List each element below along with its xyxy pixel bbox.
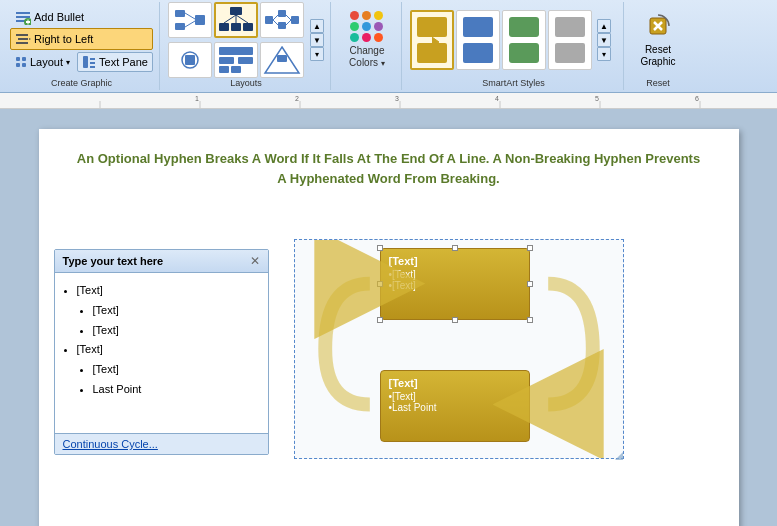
right-to-left-button[interactable]: Right to Left (10, 28, 153, 50)
handle-br[interactable] (527, 317, 533, 323)
svg-line-36 (286, 15, 291, 20)
svg-text:1: 1 (195, 95, 199, 102)
text-pane-icon (82, 55, 96, 69)
layouts-label: Layouts (162, 78, 330, 88)
svg-text:2: 2 (295, 95, 299, 102)
svg-rect-47 (417, 17, 447, 37)
list-item: [Text] [Text] [Text] (77, 281, 258, 340)
svg-rect-56 (0, 93, 777, 109)
change-colors-group: Change Colors ▾ (333, 2, 402, 90)
reset-label: Reset (626, 78, 690, 88)
text-pane-close-button[interactable]: ✕ (250, 254, 260, 268)
svg-rect-16 (90, 62, 95, 64)
text-pane-body[interactable]: [Text] [Text] [Text] [Text] [Text] Last … (55, 273, 268, 433)
svg-rect-6 (16, 34, 28, 36)
document-area: An Optional Hyphen Breaks A Word If It F… (0, 109, 777, 526)
handle-tl[interactable] (377, 245, 383, 251)
svg-rect-44 (231, 66, 241, 73)
layout-item-1[interactable] (168, 2, 212, 38)
svg-marker-72 (615, 452, 623, 460)
smartart-scroll: ▲ ▼ ▾ (597, 19, 611, 61)
layout-item-6[interactable] (260, 42, 304, 78)
handle-tr[interactable] (527, 245, 533, 251)
list-item: [Text] (93, 301, 258, 321)
smartart-box1-sub2: •[Text] (389, 280, 521, 291)
svg-rect-30 (265, 16, 273, 24)
svg-rect-20 (195, 15, 205, 25)
svg-rect-54 (555, 43, 585, 63)
text-pane-panel: Type your text here ✕ [Text] [Text] [Tex… (54, 249, 269, 455)
smartart-scroll-down[interactable]: ▼ (597, 33, 611, 47)
text-pane-title: Type your text here (63, 255, 164, 267)
text-pane-label: Text Pane (99, 56, 148, 68)
svg-rect-7 (18, 38, 28, 40)
change-colors-button[interactable]: Change Colors ▾ (339, 6, 395, 74)
layout-item-4[interactable] (168, 42, 212, 78)
svg-rect-42 (238, 57, 253, 64)
svg-line-34 (273, 15, 278, 20)
smartart-box1-sub1: •[Text] (389, 269, 521, 280)
svg-rect-43 (219, 66, 229, 73)
svg-rect-17 (90, 66, 95, 68)
reset-graphic-button[interactable]: Reset Graphic (632, 6, 684, 74)
reset-group: Reset Graphic Reset (626, 2, 690, 90)
svg-rect-40 (219, 47, 253, 55)
layout-item-5[interactable] (214, 42, 258, 78)
smartart-box-bottom[interactable]: [Text] •[Text] •Last Point (380, 370, 530, 442)
handle-mr[interactable] (527, 281, 533, 287)
smartart-diagram[interactable]: [Text] •[Text] •[Text] [Text] •[Text] (294, 239, 624, 459)
smartart-box2-title: [Text] (389, 377, 521, 389)
svg-line-27 (224, 15, 236, 23)
svg-rect-8 (16, 42, 28, 44)
handle-ml[interactable] (377, 281, 383, 287)
text-pane-button[interactable]: Text Pane (77, 52, 153, 72)
list-item: [Text] [Text] Last Point (77, 340, 258, 399)
smartart-box2-sub2: •Last Point (389, 402, 521, 413)
svg-rect-49 (463, 17, 493, 37)
layout-item-2[interactable] (214, 2, 258, 38)
layout-scroll-up[interactable]: ▲ (310, 19, 324, 33)
layout-label: Layout (30, 56, 63, 68)
text-pane-footer-link[interactable]: Continuous Cycle... (63, 438, 158, 450)
smartart-box-top[interactable]: [Text] •[Text] •[Text] (380, 248, 530, 320)
handle-bm[interactable] (452, 317, 458, 323)
handle-bl[interactable] (377, 317, 383, 323)
svg-rect-33 (291, 16, 299, 24)
smartart-box-bot-container: [Text] •[Text] •Last Point (380, 370, 530, 442)
ruler: 1 2 3 4 5 6 (0, 93, 777, 109)
layout-button[interactable]: Layout ▾ (10, 53, 75, 71)
svg-line-37 (286, 20, 291, 25)
svg-rect-31 (278, 10, 286, 17)
svg-rect-15 (90, 58, 95, 60)
svg-rect-52 (509, 43, 539, 63)
smartart-more[interactable]: ▾ (597, 47, 611, 61)
create-graphic-group: Add Bullet Right to Left (4, 2, 160, 90)
layout-dropdown-icon: ▾ (66, 58, 70, 67)
layout-more[interactable]: ▾ (310, 47, 324, 61)
layout-scroll-down[interactable]: ▼ (310, 33, 324, 47)
smartart-style-4[interactable] (548, 10, 592, 70)
color-dots (350, 11, 384, 42)
svg-rect-53 (555, 17, 585, 37)
smartart-scroll-up[interactable]: ▲ (597, 19, 611, 33)
svg-text:6: 6 (695, 95, 699, 102)
svg-rect-5 (28, 20, 29, 25)
add-bullet-button[interactable]: Add Bullet (10, 6, 153, 28)
smartart-style-1[interactable] (410, 10, 454, 70)
smartart-styles-label: SmartArt Styles (404, 78, 623, 88)
smartart-style-3[interactable] (502, 10, 546, 70)
layout-grid (168, 1, 304, 79)
handle-tm[interactable] (452, 245, 458, 251)
smartart-box1-title: [Text] (389, 255, 521, 267)
svg-rect-12 (16, 63, 20, 67)
change-colors-label: Change Colors ▾ (349, 45, 385, 69)
svg-rect-0 (16, 12, 30, 14)
smartart-resize-handle[interactable] (615, 450, 623, 458)
add-bullet-icon (15, 9, 31, 25)
svg-rect-13 (22, 63, 26, 67)
smartart-style-2[interactable] (456, 10, 500, 70)
add-bullet-label: Add Bullet (34, 11, 84, 23)
svg-rect-50 (463, 43, 493, 63)
layout-item-3[interactable] (260, 2, 304, 38)
svg-rect-1 (16, 16, 30, 18)
